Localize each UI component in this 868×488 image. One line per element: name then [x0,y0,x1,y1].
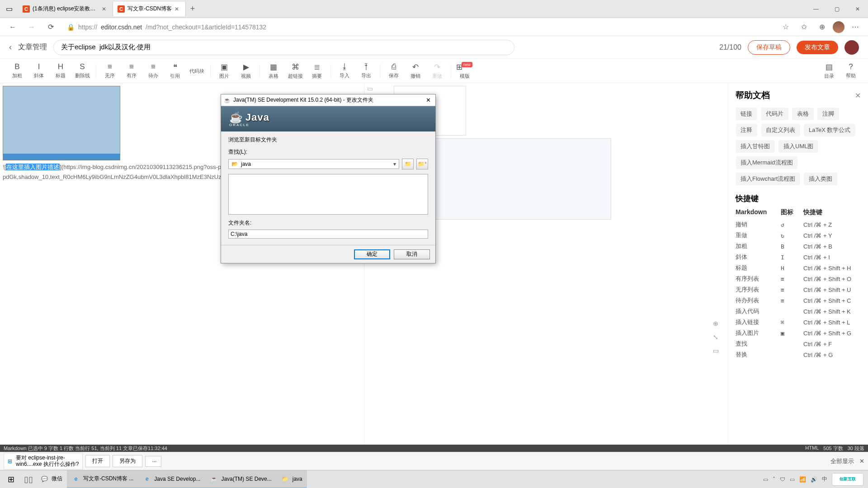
download-showall[interactable]: 全部显示 [830,457,854,465]
toolbar-label: 加粗 [12,72,22,79]
resize-expand-icon[interactable]: ⤡ [713,333,719,341]
browser-tab-0[interactable]: C(1条消息) eclipse安装教程 - CSDN✕ [18,2,113,16]
toolbar-save[interactable]: ⎙保存 [383,62,405,79]
help-chip-10[interactable]: 插入Flowchart流程图 [736,173,800,185]
window-minimize[interactable]: — [806,0,826,18]
download-more-button[interactable]: ··· [145,456,161,467]
toolbar-code[interactable]: 代码块 [186,67,208,75]
toolbar-heading[interactable]: H标题 [50,62,71,79]
toolbar-table[interactable]: ▦表格 [263,62,284,80]
status-wordcount: 505 字数 [823,445,843,452]
help-chip-11[interactable]: 插入类图 [804,173,837,185]
outline-icon[interactable]: ▭ [367,85,373,92]
toolbar-import[interactable]: ⭳导入 [334,62,355,79]
toolbar-todo[interactable]: ≡待办 [142,62,164,79]
tray-volume-icon[interactable]: 🔊 [811,476,817,483]
up-folder-button[interactable]: 📁 [402,159,414,169]
menu-icon[interactable]: ⋯ [848,20,863,34]
toolbar-template[interactable]: ⊞new模版 [454,62,476,80]
md-alt-selected[interactable]: 在这里插入图片描述 [6,164,60,170]
tray-shield-icon[interactable]: 🛡 [780,476,785,483]
help-chip-8[interactable]: 插入UML图 [778,140,818,153]
dialog-close-button[interactable]: ✕ [424,97,433,103]
taskbar-item-wechat[interactable]: 💬微信 [35,470,67,488]
article-title-input[interactable] [53,40,514,55]
help-chip-1[interactable]: 代码片 [761,108,788,120]
help-chip-6[interactable]: LaTeX 数学公式 [804,124,855,136]
back-chevron-icon[interactable]: ‹ [9,42,12,52]
taskbar-item-edge1[interactable]: e写文章-CSDN博客 ... [67,470,138,488]
shortcut-icon: H [781,265,803,272]
tab-close-icon[interactable]: ✕ [175,6,181,12]
new-folder-button[interactable]: 📁* [416,159,428,169]
help-chip-9[interactable]: 插入Mermaid流程图 [736,156,798,169]
taskbar-item-folder[interactable]: 📁java [276,470,307,488]
back-button[interactable]: ← [5,20,20,34]
tab-menu-icon[interactable]: ▭ [0,0,18,18]
dialog-ok-button[interactable]: 确定 [354,249,390,259]
window-close[interactable]: ✕ [847,0,868,18]
dialog-cancel-button[interactable]: 取消 [394,249,430,259]
toolbar-quote[interactable]: ❝引用 [164,62,186,80]
download-saveas-button[interactable]: 另存为 [113,455,142,467]
download-bar-close[interactable]: ✕ [859,458,864,465]
profile-avatar[interactable] [833,21,844,33]
toolbar-help[interactable]: ?帮助 [840,62,862,80]
tray-battery-icon[interactable]: ▭ [790,476,795,483]
download-open-button[interactable]: 打开 [85,455,110,467]
window-maximize[interactable]: ▢ [826,0,847,18]
toolbar-strike[interactable]: S删除线 [71,62,93,79]
toolbar-bold[interactable]: B加粗 [6,62,28,79]
taskbar-item-edge2[interactable]: eJava SE Develop... [138,470,205,488]
new-tab-button[interactable]: + [186,4,199,14]
toolbar-label: 无序 [105,72,115,79]
resize-target-icon[interactable]: ⊕ [713,320,719,327]
read-aloud-icon[interactable]: ☆ [778,20,793,34]
shortcut-name: 标题 [736,264,781,272]
toolbar-image[interactable]: ▣图片 [213,62,235,80]
help-chip-3[interactable]: 注脚 [817,108,839,120]
article-manage-link[interactable]: 文章管理 [18,42,47,52]
tray-chevron-icon[interactable]: ˄ [773,476,775,483]
combo-dropdown-icon[interactable]: ▾ [393,161,396,167]
favorites-icon[interactable]: ✩ [797,20,811,34]
browser-tab-1[interactable]: C写文章-CSDN博客✕ [113,2,186,16]
folder-combobox[interactable]: 📂 java ▾ [228,159,399,169]
toolbar-summary[interactable]: ≣摘要 [306,62,328,80]
toolbar-export[interactable]: ⭱导出 [355,62,377,79]
folder-listbox[interactable] [228,174,428,215]
java-change-folder-dialog: ☕ Java(TM) SE Development Kit 15.0.2 (64… [221,94,436,263]
user-avatar[interactable] [844,40,859,55]
toolbar-ul[interactable]: ≡无序 [99,62,121,79]
publish-button[interactable]: 发布文章 [797,41,838,54]
toolbar-ol[interactable]: ≡有序 [121,62,142,79]
toolbar-video[interactable]: ▶视频 [235,62,257,80]
url-input[interactable]: 🔒 https://editor.csdn.net/md?not_checkou… [62,20,774,34]
folder-name-input[interactable] [228,230,428,239]
tab-close-icon[interactable]: ✕ [102,6,108,12]
taskbar-item-label: 写文章-CSDN博客 ... [83,475,133,483]
start-button[interactable]: ⊞ [0,470,22,488]
help-chip-4[interactable]: 注释 [736,124,757,136]
save-draft-button[interactable]: 保存草稿 [748,40,790,55]
dialog-titlebar[interactable]: ☕ Java(TM) SE Development Kit 15.0.2 (64… [221,94,435,106]
tray-input-icon[interactable]: ▭ [763,476,768,483]
toolbar-toc[interactable]: ▤目录 [818,62,840,80]
image-resize-controls[interactable]: ⊕ ⤡ ▭ [713,320,719,354]
help-chip-7[interactable]: 插入甘特图 [736,140,775,153]
task-view-button[interactable]: ▯▯ [22,470,35,488]
tray-ime-icon[interactable]: 中 [822,475,827,483]
help-chip-5[interactable]: 自定义列表 [761,124,800,136]
resize-box-icon[interactable]: ▭ [713,347,719,354]
template-icon: ⊞new [456,62,474,72]
tray-wifi-icon[interactable]: 📶 [799,476,806,483]
help-close-button[interactable]: ✕ [855,91,861,100]
toolbar-italic[interactable]: I斜体 [28,62,50,79]
toolbar-undo[interactable]: ↶撤销 [405,62,426,80]
help-chip-2[interactable]: 表格 [792,108,814,120]
help-chip-0[interactable]: 链接 [736,108,757,120]
collections-icon[interactable]: ⊕ [815,20,829,34]
reload-button[interactable]: ⟳ [43,20,58,34]
toolbar-link[interactable]: ⌘超链接 [284,62,306,80]
taskbar-item-java[interactable]: ☕Java(TM) SE Deve... [205,470,276,488]
